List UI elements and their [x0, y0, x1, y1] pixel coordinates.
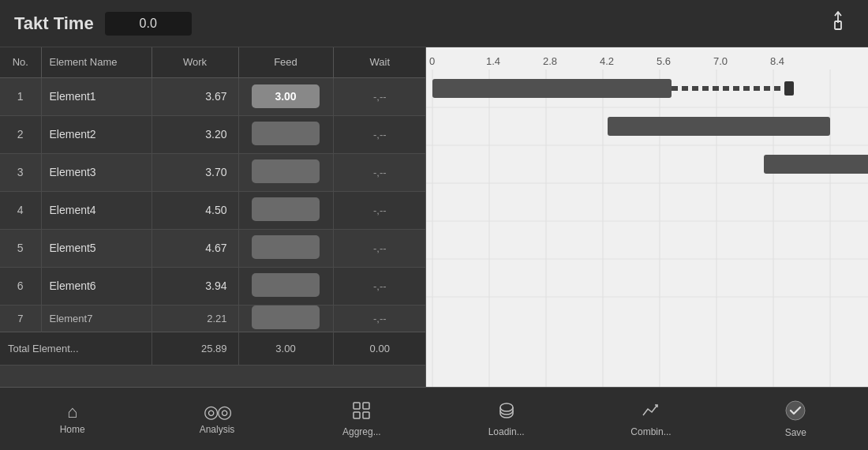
cell-no: 3	[0, 153, 41, 191]
cell-feed[interactable]	[238, 115, 333, 153]
table-row: 6 Element6 3.94 -,--	[0, 267, 426, 305]
home-icon: ⌂	[67, 403, 77, 421]
col-header-name: Element Name	[41, 47, 152, 77]
table-section: No. Element Name Work Feed Wait 1 Elemen…	[0, 47, 426, 387]
cell-wait: -,--	[333, 305, 426, 332]
footer-nav: ⌂ Home ◎◎ Analysis Aggreg... Loadin...	[0, 387, 868, 450]
svg-rect-24	[363, 403, 369, 409]
svg-point-27	[500, 403, 513, 411]
svg-text:0: 0	[429, 55, 435, 67]
cell-name: Element6	[41, 267, 152, 305]
cell-work: 4.67	[152, 229, 238, 267]
app-title: Takt Time	[14, 13, 94, 34]
cell-work: 2.21	[152, 305, 238, 332]
cell-wait: -,--	[333, 267, 426, 305]
nav-combin-label: Combin...	[630, 426, 671, 437]
svg-text:7.0: 7.0	[713, 55, 728, 67]
cell-no: 4	[0, 191, 41, 229]
cell-name: Element5	[41, 229, 152, 267]
nav-analysis[interactable]: ◎◎ Analysis	[144, 388, 289, 450]
col-header-wait: Wait	[333, 47, 426, 77]
nav-save[interactable]: Save	[724, 388, 868, 450]
cell-no: 1	[0, 77, 41, 115]
bar-row2-solid	[608, 117, 830, 136]
nav-aggreg-label: Aggreg...	[342, 426, 381, 437]
cell-name: Element3	[41, 153, 152, 191]
nav-home[interactable]: ⌂ Home	[0, 388, 144, 450]
svg-rect-26	[363, 412, 369, 418]
cell-no: 2	[0, 115, 41, 153]
aggreg-icon	[352, 401, 371, 423]
cell-feed[interactable]: 3.00	[238, 77, 333, 115]
main-content: No. Element Name Work Feed Wait 1 Elemen…	[0, 47, 868, 387]
cell-wait: -,--	[333, 153, 426, 191]
svg-rect-23	[354, 403, 360, 409]
cell-wait: -,--	[333, 115, 426, 153]
feed-button[interactable]	[252, 235, 320, 259]
nav-loading[interactable]: Loadin...	[434, 388, 578, 450]
nav-combin[interactable]: Combin...	[578, 388, 723, 450]
svg-text:1.4: 1.4	[486, 55, 500, 67]
cell-work: 3.94	[152, 267, 238, 305]
feed-button[interactable]	[252, 273, 320, 297]
cell-name: Element1	[41, 77, 152, 115]
svg-text:5.6: 5.6	[657, 55, 671, 67]
share-icon	[827, 10, 849, 32]
svg-text:4.2: 4.2	[600, 55, 614, 67]
svg-text:8.4: 8.4	[770, 55, 784, 67]
table-row: 7 Element7 2.21 -,--	[0, 305, 426, 332]
col-header-feed: Feed	[238, 47, 333, 77]
table-row: 1 Element1 3.67 3.00 -,--	[0, 77, 426, 115]
svg-point-28	[786, 401, 805, 420]
chart-section: 0 1.4 2.8 4.2 5.6 7.0 8.4	[426, 47, 868, 387]
gantt-chart: 0 1.4 2.8 4.2 5.6 7.0 8.4	[426, 47, 868, 387]
cell-feed[interactable]	[238, 305, 333, 332]
loading-icon	[497, 401, 516, 423]
bar-row3-solid	[764, 155, 868, 174]
cell-work: 4.50	[152, 191, 238, 229]
table-row: 3 Element3 3.70 -,--	[0, 153, 426, 191]
bar-row1-end	[784, 81, 794, 96]
cell-feed[interactable]	[238, 191, 333, 229]
combin-icon	[642, 401, 660, 423]
cell-work: 3.20	[152, 115, 238, 153]
nav-save-label: Save	[785, 427, 806, 438]
feed-button[interactable]	[252, 159, 320, 183]
takt-input[interactable]	[105, 12, 192, 36]
feed-button[interactable]: 3.00	[252, 84, 320, 108]
nav-analysis-label: Analysis	[200, 424, 235, 435]
feed-button[interactable]	[252, 306, 320, 329]
nav-aggreg[interactable]: Aggreg...	[290, 388, 434, 450]
table-row: 4 Element4 4.50 -,--	[0, 191, 426, 229]
cell-name: Element4	[41, 191, 152, 229]
cell-no: 6	[0, 267, 41, 305]
total-label: Total Element...	[0, 332, 152, 365]
total-row: Total Element... 25.89 3.00 0.00	[0, 332, 426, 365]
table-row: 5 Element5 4.67 -,--	[0, 229, 426, 267]
save-icon	[785, 400, 806, 424]
feed-button[interactable]	[252, 197, 320, 221]
cell-work: 3.70	[152, 153, 238, 191]
table-row: 2 Element2 3.20 -,--	[0, 115, 426, 153]
col-header-no: No.	[0, 47, 41, 77]
svg-text:2.8: 2.8	[543, 55, 557, 67]
col-header-work: Work	[152, 47, 238, 77]
cell-feed[interactable]	[238, 267, 333, 305]
table-header-row: No. Element Name Work Feed Wait	[0, 47, 426, 77]
cell-wait: -,--	[333, 191, 426, 229]
cell-feed[interactable]	[238, 229, 333, 267]
share-button[interactable]	[822, 6, 854, 42]
svg-rect-25	[354, 412, 360, 418]
cell-work: 3.67	[152, 77, 238, 115]
cell-name: Element7	[41, 305, 152, 332]
cell-feed[interactable]	[238, 153, 333, 191]
cell-name: Element2	[41, 115, 152, 153]
nav-home-label: Home	[60, 424, 85, 435]
cell-wait: -,--	[333, 77, 426, 115]
total-wait: 0.00	[333, 332, 426, 365]
bar-row1-solid	[432, 79, 672, 98]
header: Takt Time	[0, 0, 868, 47]
nav-loading-label: Loadin...	[488, 426, 525, 437]
analysis-icon: ◎◎	[204, 403, 230, 421]
feed-button[interactable]	[252, 122, 320, 145]
